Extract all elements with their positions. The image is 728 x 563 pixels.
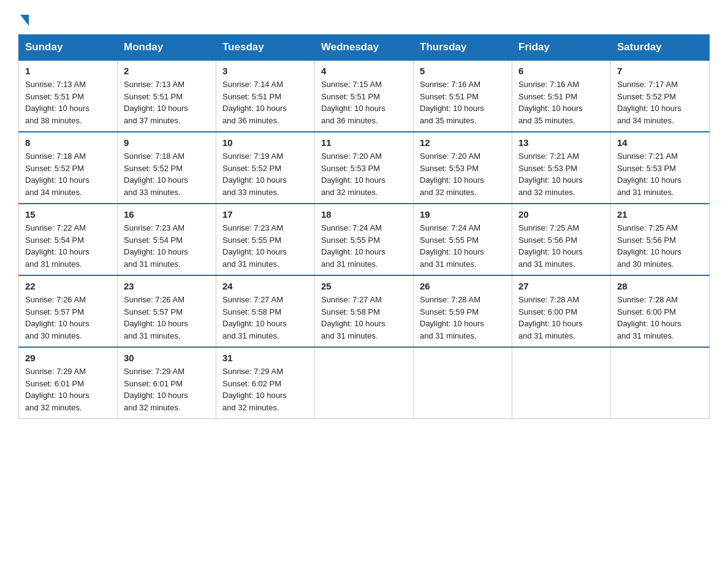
day-info: Sunrise: 7:21 AM Sunset: 5:53 PM Dayligh… [617, 150, 703, 198]
day-number: 21 [617, 209, 703, 220]
calendar-cell: 23 Sunrise: 7:26 AM Sunset: 5:57 PM Dayl… [118, 275, 216, 347]
calendar-cell: 29 Sunrise: 7:29 AM Sunset: 6:01 PM Dayl… [19, 347, 118, 419]
day-number: 11 [321, 137, 407, 148]
day-info: Sunrise: 7:26 AM Sunset: 5:57 PM Dayligh… [124, 294, 210, 342]
day-number: 14 [617, 137, 703, 148]
calendar-cell: 9 Sunrise: 7:18 AM Sunset: 5:52 PM Dayli… [118, 132, 216, 204]
day-number: 7 [617, 66, 703, 76]
calendar-week-row: 15 Sunrise: 7:22 AM Sunset: 5:54 PM Dayl… [19, 204, 710, 275]
day-info: Sunrise: 7:22 AM Sunset: 5:54 PM Dayligh… [25, 222, 111, 270]
calendar-cell: 26 Sunrise: 7:28 AM Sunset: 5:59 PM Dayl… [414, 275, 512, 347]
day-info: Sunrise: 7:29 AM Sunset: 6:02 PM Dayligh… [222, 366, 308, 413]
day-info: Sunrise: 7:18 AM Sunset: 5:52 PM Dayligh… [25, 150, 111, 198]
calendar-cell: 1 Sunrise: 7:13 AM Sunset: 5:51 PM Dayli… [19, 60, 118, 132]
calendar-header-row: SundayMondayTuesdayWednesdayThursdayFrid… [19, 35, 710, 61]
calendar-cell: 8 Sunrise: 7:18 AM Sunset: 5:52 PM Dayli… [19, 132, 118, 204]
day-info: Sunrise: 7:27 AM Sunset: 5:58 PM Dayligh… [321, 294, 407, 342]
calendar-cell: 31 Sunrise: 7:29 AM Sunset: 6:02 PM Dayl… [216, 347, 315, 419]
calendar-cell: 3 Sunrise: 7:14 AM Sunset: 5:51 PM Dayli… [216, 60, 315, 132]
calendar-cell: 27 Sunrise: 7:28 AM Sunset: 6:00 PM Dayl… [512, 275, 611, 347]
day-info: Sunrise: 7:20 AM Sunset: 5:53 PM Dayligh… [321, 150, 407, 198]
day-info: Sunrise: 7:28 AM Sunset: 6:00 PM Dayligh… [617, 294, 703, 342]
day-number: 4 [321, 66, 407, 76]
calendar-cell: 22 Sunrise: 7:26 AM Sunset: 5:57 PM Dayl… [19, 275, 118, 347]
day-info: Sunrise: 7:27 AM Sunset: 5:58 PM Dayligh… [222, 294, 308, 342]
day-info: Sunrise: 7:17 AM Sunset: 5:52 PM Dayligh… [617, 79, 703, 126]
day-number: 23 [124, 281, 210, 291]
day-info: Sunrise: 7:20 AM Sunset: 5:53 PM Dayligh… [420, 150, 506, 198]
logo [18, 12, 29, 23]
day-number: 2 [124, 66, 210, 76]
calendar-week-row: 1 Sunrise: 7:13 AM Sunset: 5:51 PM Dayli… [19, 60, 710, 132]
day-info: Sunrise: 7:24 AM Sunset: 5:55 PM Dayligh… [420, 222, 506, 270]
day-info: Sunrise: 7:16 AM Sunset: 5:51 PM Dayligh… [420, 79, 506, 126]
day-number: 31 [222, 353, 308, 363]
day-number: 10 [222, 137, 308, 148]
calendar-cell: 5 Sunrise: 7:16 AM Sunset: 5:51 PM Dayli… [414, 60, 512, 132]
day-info: Sunrise: 7:13 AM Sunset: 5:51 PM Dayligh… [124, 79, 210, 126]
calendar-cell: 4 Sunrise: 7:15 AM Sunset: 5:51 PM Dayli… [315, 60, 414, 132]
col-header-saturday: Saturday [611, 35, 710, 61]
calendar-cell: 11 Sunrise: 7:20 AM Sunset: 5:53 PM Dayl… [315, 132, 414, 204]
calendar-table: SundayMondayTuesdayWednesdayThursdayFrid… [18, 34, 710, 419]
day-number: 12 [420, 137, 506, 148]
day-info: Sunrise: 7:18 AM Sunset: 5:52 PM Dayligh… [124, 150, 210, 198]
day-number: 26 [420, 281, 506, 291]
calendar-week-row: 22 Sunrise: 7:26 AM Sunset: 5:57 PM Dayl… [19, 275, 710, 347]
col-header-sunday: Sunday [19, 35, 118, 61]
calendar-cell: 15 Sunrise: 7:22 AM Sunset: 5:54 PM Dayl… [19, 204, 118, 275]
day-number: 8 [25, 137, 111, 148]
day-number: 3 [222, 66, 308, 76]
day-number: 28 [617, 281, 703, 291]
day-number: 27 [518, 281, 604, 291]
calendar-cell [611, 347, 710, 419]
calendar-cell: 18 Sunrise: 7:24 AM Sunset: 5:55 PM Dayl… [315, 204, 414, 275]
calendar-cell: 25 Sunrise: 7:27 AM Sunset: 5:58 PM Dayl… [315, 275, 414, 347]
day-info: Sunrise: 7:14 AM Sunset: 5:51 PM Dayligh… [222, 79, 308, 126]
col-header-wednesday: Wednesday [315, 35, 414, 61]
calendar-cell: 14 Sunrise: 7:21 AM Sunset: 5:53 PM Dayl… [611, 132, 710, 204]
calendar-cell: 10 Sunrise: 7:19 AM Sunset: 5:52 PM Dayl… [216, 132, 315, 204]
day-number: 30 [124, 353, 210, 363]
calendar-week-row: 29 Sunrise: 7:29 AM Sunset: 6:01 PM Dayl… [19, 347, 710, 419]
day-info: Sunrise: 7:28 AM Sunset: 6:00 PM Dayligh… [518, 294, 604, 342]
calendar-week-row: 8 Sunrise: 7:18 AM Sunset: 5:52 PM Dayli… [19, 132, 710, 204]
logo-arrow-icon [20, 15, 29, 26]
day-info: Sunrise: 7:26 AM Sunset: 5:57 PM Dayligh… [25, 294, 111, 342]
day-number: 29 [25, 353, 111, 363]
calendar-cell [414, 347, 512, 419]
day-number: 18 [321, 209, 407, 220]
day-number: 5 [420, 66, 506, 76]
calendar-cell: 16 Sunrise: 7:23 AM Sunset: 5:54 PM Dayl… [118, 204, 216, 275]
day-info: Sunrise: 7:13 AM Sunset: 5:51 PM Dayligh… [25, 79, 111, 126]
calendar-cell: 17 Sunrise: 7:23 AM Sunset: 5:55 PM Dayl… [216, 204, 315, 275]
calendar-cell [315, 347, 414, 419]
calendar-cell: 24 Sunrise: 7:27 AM Sunset: 5:58 PM Dayl… [216, 275, 315, 347]
day-number: 24 [222, 281, 308, 291]
day-info: Sunrise: 7:15 AM Sunset: 5:51 PM Dayligh… [321, 79, 407, 126]
calendar-cell: 13 Sunrise: 7:21 AM Sunset: 5:53 PM Dayl… [512, 132, 611, 204]
day-number: 13 [518, 137, 604, 148]
col-header-thursday: Thursday [414, 35, 512, 61]
calendar-cell [512, 347, 611, 419]
calendar-cell: 28 Sunrise: 7:28 AM Sunset: 6:00 PM Dayl… [611, 275, 710, 347]
col-header-tuesday: Tuesday [216, 35, 315, 61]
day-info: Sunrise: 7:25 AM Sunset: 5:56 PM Dayligh… [617, 222, 703, 270]
day-number: 9 [124, 137, 210, 148]
calendar-cell: 12 Sunrise: 7:20 AM Sunset: 5:53 PM Dayl… [414, 132, 512, 204]
calendar-cell: 6 Sunrise: 7:16 AM Sunset: 5:51 PM Dayli… [512, 60, 611, 132]
day-number: 22 [25, 281, 111, 291]
day-info: Sunrise: 7:21 AM Sunset: 5:53 PM Dayligh… [518, 150, 604, 198]
day-info: Sunrise: 7:23 AM Sunset: 5:54 PM Dayligh… [124, 222, 210, 270]
col-header-friday: Friday [512, 35, 611, 61]
calendar-cell: 7 Sunrise: 7:17 AM Sunset: 5:52 PM Dayli… [611, 60, 710, 132]
day-number: 6 [518, 66, 604, 76]
day-number: 25 [321, 281, 407, 291]
day-number: 1 [25, 66, 111, 76]
day-info: Sunrise: 7:28 AM Sunset: 5:59 PM Dayligh… [420, 294, 506, 342]
day-number: 19 [420, 209, 506, 220]
col-header-monday: Monday [118, 35, 216, 61]
calendar-cell: 19 Sunrise: 7:24 AM Sunset: 5:55 PM Dayl… [414, 204, 512, 275]
day-info: Sunrise: 7:29 AM Sunset: 6:01 PM Dayligh… [124, 366, 210, 413]
day-number: 15 [25, 209, 111, 220]
